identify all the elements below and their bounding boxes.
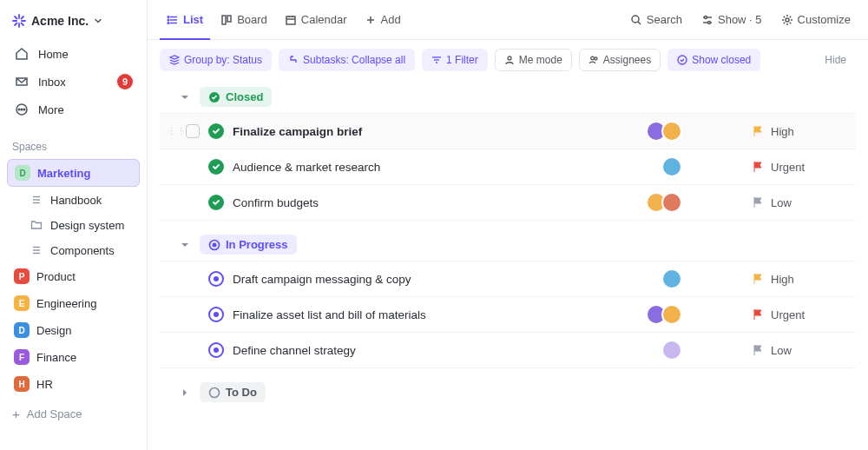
space-item-hr[interactable]: HHR (7, 371, 140, 397)
people-icon (589, 55, 599, 65)
plus-icon (365, 14, 377, 26)
hide-button[interactable]: Hide (815, 49, 856, 71)
top-search[interactable]: Search (625, 9, 687, 30)
view-tab-calendar[interactable]: Calendar (278, 7, 354, 32)
subtask-icon (288, 55, 299, 65)
svg-point-38 (786, 18, 789, 22)
add-space-button[interactable]: + Add Space (0, 401, 147, 427)
space-label: Engineering (36, 297, 96, 310)
status-done-icon[interactable] (208, 159, 224, 175)
search-icon (630, 14, 642, 26)
task-priority[interactable]: High (752, 273, 856, 286)
svg-point-21 (168, 16, 169, 17)
status-done-icon[interactable] (208, 123, 224, 139)
group-label: Closed (226, 90, 263, 103)
space-child-label: Design system (50, 219, 124, 232)
priority-label: Urgent (771, 161, 805, 174)
status-progress-icon[interactable] (208, 271, 224, 287)
space-label: Finance (36, 351, 76, 364)
nav-inbox[interactable]: Inbox 9 (7, 68, 140, 96)
avatar[interactable] (661, 340, 682, 361)
svg-point-23 (168, 22, 169, 23)
top-customize[interactable]: Customize (776, 9, 856, 30)
nav-label: Home (38, 48, 69, 61)
status-progress-icon[interactable] (208, 342, 224, 358)
view-tab-label: Calendar (301, 13, 347, 26)
subtasks-pill[interactable]: Subtasks: Collapse all (279, 49, 415, 71)
svg-point-22 (168, 19, 169, 21)
space-item-design[interactable]: DDesign (7, 317, 140, 343)
nav-home[interactable]: Home (7, 40, 140, 68)
space-label: Design (36, 324, 71, 337)
status-done-icon[interactable] (208, 195, 224, 210)
task-row[interactable]: ⋮⋮Draft campaign messaging & copyHigh (160, 261, 856, 297)
task-priority[interactable]: Urgent (752, 161, 856, 174)
task-assignees (646, 304, 682, 325)
view-tab-list[interactable]: List (160, 7, 210, 32)
assignees-label: Assignees (603, 54, 651, 66)
view-tab-add[interactable]: Add (358, 7, 408, 32)
view-tab-board[interactable]: Board (214, 7, 274, 32)
folder-icon (30, 218, 43, 232)
top-show-label: Show · 5 (718, 13, 762, 26)
priority-label: Low (771, 196, 792, 209)
top-search-label: Search (647, 13, 682, 26)
chevron-down-icon[interactable] (181, 93, 193, 102)
space-item-engineering[interactable]: EEngineering (7, 290, 140, 316)
task-priority[interactable]: High (752, 125, 856, 138)
space-badge: F (14, 349, 30, 365)
task-row[interactable]: ⋮⋮Finalize campaign briefHigh (160, 113, 856, 149)
view-tab-label: Board (237, 13, 267, 26)
svg-rect-24 (222, 16, 226, 24)
svg-point-37 (707, 21, 710, 23)
workspace-switcher[interactable]: Acme Inc. (0, 7, 147, 35)
group-by-pill[interactable]: Group by: Status (160, 49, 272, 71)
chevron-down-icon[interactable] (181, 241, 193, 249)
group-header-closed[interactable]: Closed (160, 80, 856, 114)
calendar-icon (285, 14, 297, 26)
show-closed-label: Show closed (692, 54, 751, 66)
task-assignees (661, 268, 682, 289)
status-progress-icon[interactable] (208, 307, 224, 322)
space-child-components[interactable]: Components (7, 238, 140, 262)
task-row[interactable]: ⋮⋮Confirm budgetsLow (160, 184, 856, 221)
space-label: HR (36, 378, 53, 391)
space-item-finance[interactable]: FFinance (7, 344, 140, 370)
avatar[interactable] (661, 156, 682, 177)
task-row[interactable]: ⋮⋮Define channel strategyLow (160, 332, 856, 368)
top-customize-label: Customize (798, 13, 851, 26)
avatar[interactable] (661, 192, 682, 213)
group-header-todo[interactable]: To Do (160, 375, 856, 409)
drag-handle-icon[interactable]: ⋮⋮ (167, 126, 177, 137)
me-mode-pill[interactable]: Me mode (495, 49, 572, 71)
space-item-product[interactable]: PProduct (7, 263, 140, 289)
svg-point-43 (591, 56, 595, 60)
space-child-handbook[interactable]: Handbook (7, 188, 140, 212)
list-icon (30, 243, 43, 257)
priority-label: High (771, 125, 794, 138)
flag-icon (752, 273, 764, 285)
task-title: Confirm budgets (233, 196, 637, 209)
assignees-pill[interactable]: Assignees (579, 49, 661, 71)
task-checkbox[interactable] (186, 124, 200, 138)
top-show[interactable]: Show · 5 (696, 9, 767, 30)
group-label: To Do (226, 386, 257, 399)
chevron-right-icon[interactable] (181, 388, 193, 397)
task-priority[interactable]: Urgent (752, 308, 856, 321)
group-header-progress[interactable]: In Progress (160, 228, 856, 261)
space-item-marketing[interactable]: DMarketing (7, 159, 140, 187)
task-row[interactable]: ⋮⋮Finalize asset list and bill of materi… (160, 296, 856, 333)
show-closed-pill[interactable]: Show closed (667, 49, 760, 71)
filter-pill[interactable]: 1 Filter (422, 49, 488, 71)
task-priority[interactable]: Low (752, 196, 856, 209)
svg-point-11 (23, 109, 25, 110)
space-child-label: Handbook (50, 194, 102, 207)
task-row[interactable]: ⋮⋮Audience & market researchUrgent (160, 149, 856, 185)
task-priority[interactable]: Low (752, 344, 856, 357)
avatar[interactable] (661, 304, 682, 325)
svg-point-32 (632, 16, 639, 23)
avatar[interactable] (661, 121, 682, 142)
avatar[interactable] (661, 268, 682, 289)
space-child-design-system[interactable]: Design system (7, 213, 140, 237)
nav-more[interactable]: More (7, 96, 140, 123)
